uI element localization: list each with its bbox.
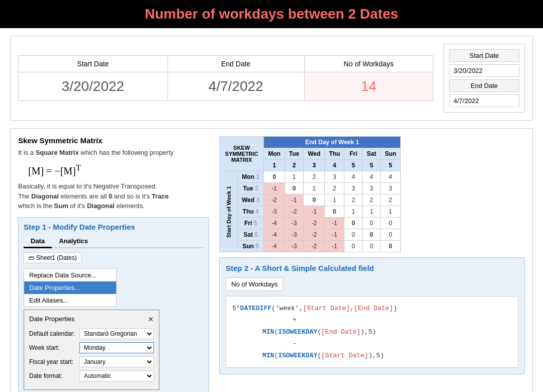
row-fri-label: Fri 5 [238,218,264,229]
skew-formula: [M] = −[M]T [28,163,209,177]
step2-title: Step 2 - A Short & Simple Calculated fie… [226,264,518,272]
dialog-title: Date Properties [29,315,74,323]
matrix-row-fri: Fri 5 -4 -3 -2 -1 0 0 0 [220,218,401,229]
skew-desc2: Basically, it is equal to it's Negative … [18,181,209,211]
date-properties-dialog: Date Properties ✕ Default calendar: Stan… [24,310,159,390]
formula-name-box: No of Workdays [226,277,283,291]
col-num-5a: 5 [344,160,363,171]
col-workdays-header: No of Workdays [304,56,433,72]
menu-date-properties[interactable]: Date Properties... [24,281,116,294]
formula-min2: MIN [262,352,274,359]
date-inputs-panel: Start Date End Date [443,44,525,113]
matrix-table: SKEWSYMMETRICMATRIX End Day of Week 1 Mo… [219,136,401,252]
row-wed-label: Wed 3 [238,194,264,206]
end-day-header: End Day of Week 1 [264,137,401,148]
dialog-label-date-format: Date format: [29,372,79,379]
formula-min1: MIN [262,328,274,336]
matrix-row-tue: Tue 2 -1 0 1 2 3 3 3 [220,183,401,194]
right-panel: SKEWSYMMETRICMATRIX End Day of Week 1 Mo… [219,136,525,392]
start-date-input-label: Start Date [449,49,519,62]
col-mon-header: Mon [264,148,285,160]
row-sat-label: Sat 5 [238,229,264,241]
dialog-row-fiscal-year: Fiscal year start: January [29,356,154,367]
end-date-input-label: End Date [449,79,519,92]
start-date-value: 3/20/2022 [19,72,168,101]
start-day-label: Start Day of Week 1 [220,171,238,252]
tab-analytics[interactable]: Analytics [52,235,95,247]
fiscal-year-select[interactable]: January [79,356,154,367]
page-title: Number of workdays between 2 Dates [10,6,533,22]
row-mon-label: Mon 1 [238,171,264,183]
skew-matrix-label: SKEWSYMMETRICMATRIX [220,137,264,171]
matrix-row-mon: Start Day of Week 1 Mon 1 0 1 2 3 4 4 4 [220,171,401,183]
bottom-section: Skew Symmetric Matrix It is a Square Mat… [10,128,533,392]
tabs-row: Data Analytics [24,235,204,248]
col-wed-header: Wed [304,148,325,160]
col-num-5b: 5 [363,160,381,171]
col-fri-header: Fri [344,148,363,160]
col-num-2: 2 [285,160,303,171]
context-menu: Replace Data Source... Date Properties..… [24,268,117,307]
col-num-3: 3 [304,160,325,171]
col-num-4: 4 [325,160,344,171]
dialog-label-week-start: Week start: [29,344,79,351]
end-date-value: 4/7/2022 [167,72,304,101]
menu-edit-aliases[interactable]: Edit Aliases... [24,294,116,307]
start-date-input[interactable] [449,64,519,77]
row-tue-label: Tue 2 [238,183,264,194]
workdays-table: Start Date End Date No of Workdays 3/20/… [18,55,433,101]
close-icon[interactable]: ✕ [148,315,154,323]
col-end-date-header: End Date [167,56,304,72]
step1-box: Step 1 - Modify Date Properties Data Ana… [18,217,209,392]
formula-5: 5* [232,305,240,312]
dialog-row-default-calendar: Default calendar: Standard Gregorian [29,328,154,339]
col-sun-header: Sun [381,148,401,160]
row-sun-label: Sun 5 [238,241,264,252]
matrix-row-sat: Sat 5 -4 -3 -2 -1 0 0 0 [220,229,401,241]
dialog-row-week-start: Week start: Monday [29,342,154,353]
sheet-label: Sheet1 (Dates) [36,254,77,261]
skew-title: Skew Symmetric Matrix [18,136,209,145]
col-num-1: 1 [264,160,285,171]
col-num-5c: 5 [381,160,401,171]
matrix-row-wed: Wed 3 -2 -1 0 1 2 2 2 [220,194,401,206]
col-start-date-header: Start Date [19,56,168,72]
dialog-label-fiscal-year: Fiscal year start: [29,358,79,365]
week-start-select[interactable]: Monday [79,342,154,353]
default-calendar-select[interactable]: Standard Gregorian [79,328,154,339]
menu-replace-datasource[interactable]: Replace Data Source... [24,269,116,281]
matrix-container: SKEWSYMMETRICMATRIX End Day of Week 1 Mo… [219,136,525,252]
dialog-row-date-format: Date format: Automatic [29,370,154,381]
date-format-select[interactable]: Automatic [79,370,154,381]
col-sat-header: Sat [363,148,381,160]
page-header: Number of workdays between 2 Dates [0,0,543,28]
step2-box: Step 2 - A Short & Simple Calculated fie… [219,257,525,374]
skew-desc1: It is a Square Matrix which has the foll… [18,148,209,158]
row-thu-label: Thu 4 [238,206,264,218]
dialog-label-default-calendar: Default calendar: [29,330,79,337]
tab-data[interactable]: Data [24,235,52,248]
step1-title: Step 1 - Modify Date Properties [24,223,204,231]
sheet-badge[interactable]: 🗃 Sheet1 (Dates) [24,252,81,263]
col-tue-header: Tue [285,148,303,160]
col-thu-header: Thu [325,148,344,160]
formula-datediff: DATEDIFF [240,305,272,312]
end-date-input[interactable] [449,94,519,107]
database-icon: 🗃 [28,254,34,261]
left-panel: Skew Symmetric Matrix It is a Square Mat… [18,136,209,392]
formula-isoweekday1: ISOWEEKDAY [278,328,317,336]
formula-isoweekday2: ISOWEEKDAY [278,352,317,359]
workdays-count-value: 14 [304,72,433,101]
matrix-row-thu: Thu 4 -3 -2 -1 0 1 1 1 [220,206,401,218]
formula-box: 5*DATEDIFF('week',[Start Date],[End Date… [226,296,518,368]
workdays-section: Start Date End Date No of Workdays 3/20/… [10,36,533,121]
dialog-title-bar: Date Properties ✕ [29,315,154,323]
matrix-row-sun: Sun 5 -4 -3 -2 -1 0 0 0 [220,241,401,252]
